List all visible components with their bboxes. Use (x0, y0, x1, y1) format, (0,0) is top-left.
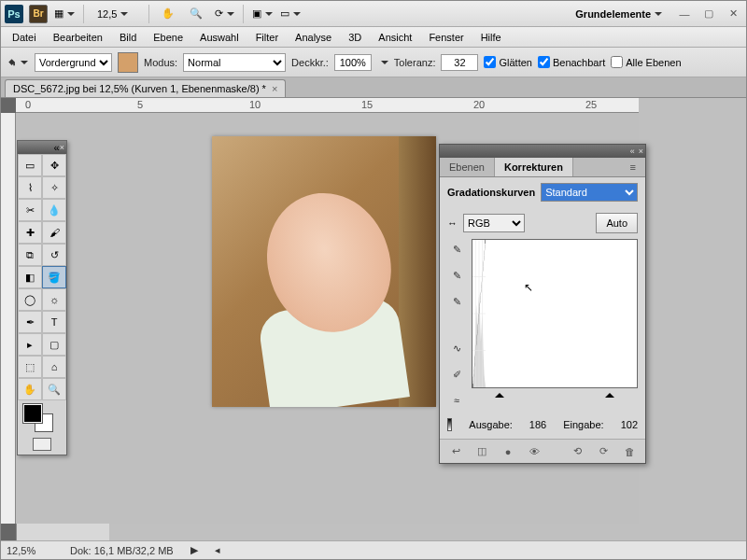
panel-header[interactable]: «× (440, 145, 645, 158)
menu-fenster[interactable]: Fenster (421, 29, 471, 46)
modus-label: Modus: (144, 57, 177, 68)
blur-tool-icon[interactable]: ◯ (18, 288, 42, 311)
on-image-tool-icon[interactable]: ↔ (447, 217, 458, 229)
trash-icon[interactable]: 🗑 (621, 443, 638, 460)
dodge-tool-icon[interactable]: ☼ (42, 288, 66, 311)
channel-select[interactable]: RGB (463, 214, 525, 232)
workspace-name: Grundelemente (575, 8, 651, 20)
close-icon[interactable]: × (60, 143, 64, 152)
marquee-tool-icon[interactable]: ▭ (18, 154, 42, 176)
collapse-icon[interactable]: « (630, 147, 635, 156)
blend-mode-select[interactable]: Normal (183, 53, 286, 72)
lasso-tool-icon[interactable]: ⌇ (18, 176, 42, 199)
tools-panel: «× ▭ ✥ ⌇ ✧ ✂ 💧 ✚ 🖌 ⧉ ↺ ◧ 🪣 ◯ ☼ ✒ T ▸ ▢ ⬚… (17, 140, 67, 455)
pen-tool-icon[interactable]: ✒ (18, 311, 42, 333)
tools-panel-header[interactable]: «× (18, 141, 66, 154)
foreground-color-swatch[interactable] (23, 404, 42, 423)
hand-tool-icon[interactable]: ✋ (157, 4, 179, 24)
menu-filter[interactable]: Filter (248, 29, 286, 46)
status-zoom[interactable]: 12,5% (7, 545, 53, 556)
auto-button[interactable]: Auto (596, 213, 638, 233)
menu-ebene[interactable]: Ebene (146, 29, 190, 46)
pencil-mode-icon[interactable]: ✐ (448, 366, 465, 383)
close-icon[interactable]: × (639, 147, 643, 156)
previous-state-icon[interactable]: ⟲ (569, 443, 585, 460)
zoom-tool-icon[interactable]: 🔍 (185, 4, 207, 24)
return-icon[interactable]: ↩ (447, 443, 464, 460)
rotate-view-icon[interactable]: ⟳ (213, 4, 235, 24)
contiguous-checkbox[interactable]: Benachbart (538, 56, 605, 68)
move-tool-icon[interactable]: ✥ (42, 154, 66, 176)
clip-to-layer-icon[interactable]: ● (500, 443, 516, 460)
curve-edit-mode-icon[interactable]: ∿ (448, 340, 465, 357)
type-tool-icon[interactable]: T (42, 311, 66, 333)
3d-camera-tool-icon[interactable]: ⌂ (42, 356, 66, 378)
gray-eyedropper-icon[interactable]: ✎ (448, 267, 465, 284)
expand-view-icon[interactable]: ◫ (473, 443, 490, 460)
3d-tool-icon[interactable]: ⬚ (18, 356, 42, 378)
heal-tool-icon[interactable]: ✚ (18, 221, 42, 244)
hand-tool-icon[interactable]: ✋ (18, 378, 42, 400)
minimize-button[interactable]: — (675, 7, 694, 21)
quick-mask-toggle[interactable] (18, 434, 66, 455)
arrange-docs-icon[interactable]: ▣ (251, 4, 274, 24)
workspace-switcher[interactable]: Grundelemente (568, 5, 669, 23)
curves-title: Gradationskurven (447, 187, 535, 198)
menu-bearbeiten[interactable]: Bearbeiten (46, 29, 110, 46)
screen-mode-icon[interactable]: ▭ (279, 4, 302, 24)
antialias-checkbox[interactable]: Glätten (484, 56, 531, 68)
curves-preset-select[interactable]: Standard (541, 183, 638, 202)
white-eyedropper-icon[interactable]: ✎ (448, 293, 465, 310)
opacity-stepper[interactable] (377, 57, 388, 68)
menu-analyse[interactable]: Analyse (288, 29, 339, 46)
black-point-slider[interactable] (495, 388, 504, 398)
close-button[interactable]: ✕ (724, 7, 742, 21)
eyedropper-tool-icon[interactable]: 💧 (42, 199, 66, 221)
document-tab[interactable]: DSC_5672.jpg bei 12,5% (Kurven 1, Ebenen… (5, 79, 286, 97)
white-point-slider[interactable] (605, 388, 614, 398)
stamp-tool-icon[interactable]: ⧉ (18, 244, 42, 266)
shape-tool-icon[interactable]: ▢ (42, 333, 66, 356)
zoom-level-text: 12,5 (97, 8, 117, 20)
fill-source-select[interactable]: Vordergrund (35, 53, 112, 72)
menu-bild[interactable]: Bild (112, 29, 144, 46)
reset-icon[interactable]: ⟳ (595, 443, 612, 460)
history-brush-tool-icon[interactable]: ↺ (42, 244, 66, 266)
black-eyedropper-icon[interactable]: ✎ (448, 241, 465, 258)
foreground-background-colors[interactable] (18, 400, 66, 434)
status-doc-size: Dok: 16,1 MB/32,2 MB (70, 545, 174, 556)
menu-datei[interactable]: Datei (5, 29, 44, 46)
crop-tool-icon[interactable]: ✂ (18, 199, 42, 221)
path-select-tool-icon[interactable]: ▸ (18, 333, 42, 356)
maximize-button[interactable]: ▢ (699, 7, 718, 21)
toggle-visibility-icon[interactable]: 👁 (526, 443, 543, 460)
status-arrow-icon[interactable]: ▶ (190, 544, 198, 556)
bucket-tool-icon[interactable]: 🪣 (42, 266, 66, 288)
wand-tool-icon[interactable]: ✧ (42, 176, 66, 199)
zoom-level-dropdown[interactable]: 12,5 (92, 7, 141, 21)
tab-korrekturen[interactable]: Korrekturen (495, 158, 573, 176)
close-tab-icon[interactable]: × (272, 83, 277, 94)
layout-dropdown[interactable]: ▦ (53, 4, 76, 24)
menu-ansicht[interactable]: Ansicht (371, 29, 419, 46)
brush-tool-icon[interactable]: 🖌 (42, 221, 66, 244)
menu-auswahl[interactable]: Auswahl (192, 29, 247, 46)
opacity-input[interactable] (334, 54, 372, 71)
smooth-icon[interactable]: ≈ (448, 392, 465, 409)
tool-preset-picker[interactable] (7, 52, 29, 73)
eraser-tool-icon[interactable]: ◧ (18, 266, 42, 288)
menu-hilfe[interactable]: Hilfe (473, 29, 509, 46)
scroll-left-icon[interactable]: ◂ (215, 544, 220, 556)
pattern-swatch[interactable] (118, 52, 138, 73)
curves-graph[interactable]: ↖ (472, 239, 638, 388)
panel-menu-icon[interactable]: ≡ (621, 158, 645, 176)
output-label: Ausgabe: (469, 419, 512, 430)
all-layers-checkbox[interactable]: Alle Ebenen (611, 56, 681, 68)
menu-3d[interactable]: 3D (341, 29, 369, 46)
zoom-tool-icon[interactable]: 🔍 (42, 378, 66, 400)
input-slider[interactable] (500, 388, 610, 401)
ruler-horizontal: 0 5 10 15 20 25 (16, 98, 639, 113)
tab-ebenen[interactable]: Ebenen (440, 158, 495, 176)
tolerance-input[interactable] (441, 54, 478, 71)
bridge-logo-icon[interactable]: Br (29, 5, 48, 23)
